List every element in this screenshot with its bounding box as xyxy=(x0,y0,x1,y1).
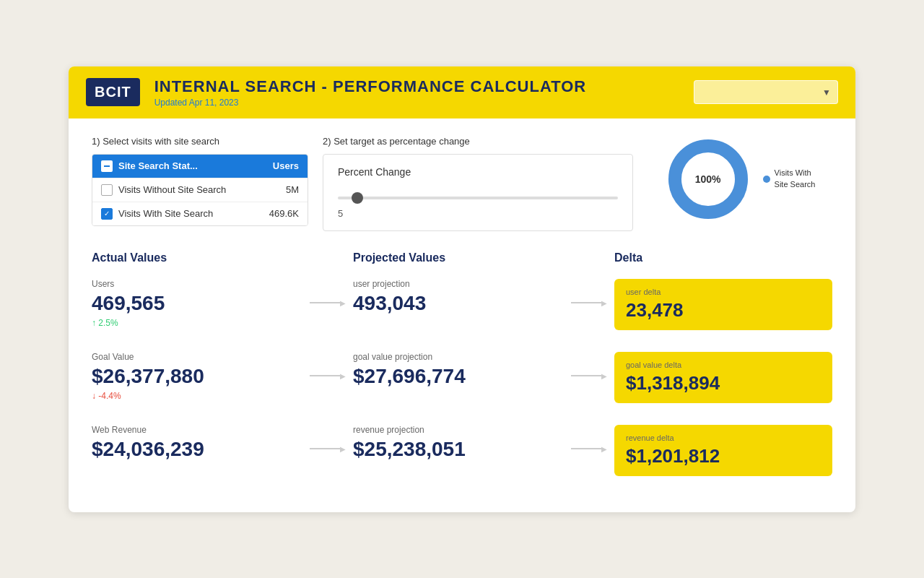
metrics-row-2: Goal Value $26,377,880 ↓ -4.4% goal valu… xyxy=(92,352,832,416)
arrow-2 xyxy=(571,279,614,307)
header: BCIT INTERNAL SEARCH - PERFORMANCE CALCU… xyxy=(69,66,855,118)
percent-slider[interactable] xyxy=(338,197,618,199)
arrow-5 xyxy=(310,425,353,453)
header-title: INTERNAL SEARCH - PERFORMANCE CALCULATOR xyxy=(154,77,679,96)
row-label-1: Visits Without Site Search xyxy=(118,184,280,195)
row-label-2: Visits With Site Search xyxy=(118,208,263,219)
table-header-col1: Site Search Stat... xyxy=(118,160,267,171)
projected-revenue-label: revenue projection xyxy=(353,425,571,435)
actual-users: Users 469,565 ↑ 2.5% xyxy=(92,279,310,328)
projected-users-value: 493,043 xyxy=(353,292,571,315)
projected-goal-value: $27,696,774 xyxy=(353,365,571,388)
actual-users-change: ↑ 2.5% xyxy=(92,318,310,328)
metrics-row-3: Web Revenue $24,036,239 revenue projecti… xyxy=(92,425,832,489)
arrow-6 xyxy=(571,425,614,453)
arrow-line-icon-3 xyxy=(310,372,346,380)
actual-goal-change: ↓ -4.4% xyxy=(92,391,310,401)
projected-goal-label: goal value projection xyxy=(353,352,571,362)
header-dropdown[interactable] xyxy=(694,80,838,104)
delta-revenue-label: revenue delta xyxy=(626,434,821,442)
actual-users-value: 469,565 xyxy=(92,292,310,315)
metrics-section: Actual Values Projected Values Delta Use… xyxy=(92,251,832,489)
dropdown-wrapper: ▼ xyxy=(694,80,838,104)
percent-box: Percent Change 5 xyxy=(323,154,633,231)
delta-revenue-value: $1,201,812 xyxy=(626,445,821,467)
slider-value: 5 xyxy=(338,208,618,219)
delta-header: Delta xyxy=(614,251,832,279)
delta-users-value: 23,478 xyxy=(626,299,821,322)
table-header-icon xyxy=(101,160,113,172)
actual-revenue: Web Revenue $24,036,239 xyxy=(92,425,310,464)
arrow-line-icon-4 xyxy=(571,372,607,380)
donut-chart: 100% xyxy=(665,136,751,223)
delta-goal-value: $1,318,894 xyxy=(626,372,821,394)
legend: Visits WithSite Search xyxy=(763,168,816,190)
actual-goal-label: Goal Value xyxy=(92,352,310,362)
section2: 2) Set target as percentage change Perce… xyxy=(323,136,633,231)
delta-revenue: revenue delta $1,201,812 xyxy=(614,425,832,489)
arrow-line-icon-2 xyxy=(571,299,607,307)
table-header-col2: Users xyxy=(273,160,299,171)
header-subtitle: Updated Apr 11, 2023 xyxy=(154,98,679,108)
metrics-row-1: Users 469,565 ↑ 2.5% user projection 493… xyxy=(92,279,832,343)
arrow-4 xyxy=(571,352,614,380)
section3-donut: 100% Visits WithSite Search xyxy=(648,136,832,223)
logo: BCIT xyxy=(86,78,140,106)
arrow-line-icon-5 xyxy=(310,445,346,453)
actual-revenue-value: $24,036,239 xyxy=(92,438,310,461)
projected-revenue-value: $25,238,051 xyxy=(353,438,571,461)
row-value-2: 469.6K xyxy=(269,208,299,219)
section1: 1) Select visits with site search Site S… xyxy=(92,136,308,226)
section1-label: 1) Select visits with site search xyxy=(92,136,308,147)
projected-goal: goal value projection $27,696,774 xyxy=(353,352,571,391)
delta-card-revenue: revenue delta $1,201,812 xyxy=(614,425,832,476)
arrow-3 xyxy=(310,352,353,380)
delta-goal: goal value delta $1,318,894 xyxy=(614,352,832,416)
delta-card-goal: goal value delta $1,318,894 xyxy=(614,352,832,403)
donut-label: 100% xyxy=(695,173,721,185)
projected-revenue: revenue projection $25,238,051 xyxy=(353,425,571,464)
table-row[interactable]: Visits Without Site Search 5M xyxy=(92,178,308,202)
section2-label: 2) Set target as percentage change xyxy=(323,136,633,147)
legend-label: Visits WithSite Search xyxy=(775,168,816,190)
arrow-line-icon xyxy=(310,299,346,307)
main-content: 1) Select visits with site search Site S… xyxy=(69,118,855,512)
projected-users: user projection 493,043 xyxy=(353,279,571,318)
main-card: BCIT INTERNAL SEARCH - PERFORMANCE CALCU… xyxy=(69,66,855,512)
arrow-1 xyxy=(310,279,353,307)
delta-card-users: user delta 23,478 xyxy=(614,279,832,330)
checkbox-unchecked[interactable] xyxy=(101,184,113,196)
legend-dot xyxy=(763,176,770,183)
slider-wrapper xyxy=(338,189,618,202)
actual-goal: Goal Value $26,377,880 ↓ -4.4% xyxy=(92,352,310,401)
actual-users-label: Users xyxy=(92,279,310,289)
top-row: 1) Select visits with site search Site S… xyxy=(92,136,832,231)
site-search-table: Site Search Stat... Users Visits Without… xyxy=(92,154,308,226)
projected-users-label: user projection xyxy=(353,279,571,289)
table-header: Site Search Stat... Users xyxy=(92,155,308,178)
projected-header: Projected Values xyxy=(353,251,571,279)
actual-header: Actual Values xyxy=(92,251,310,279)
arrow-line-icon-6 xyxy=(571,445,607,453)
table-row[interactable]: ✓ Visits With Site Search 469.6K xyxy=(92,202,308,225)
actual-revenue-label: Web Revenue xyxy=(92,425,310,435)
delta-goal-label: goal value delta xyxy=(626,361,821,369)
metrics-headers: Actual Values Projected Values Delta xyxy=(92,251,832,279)
percent-label: Percent Change xyxy=(338,166,618,178)
delta-users: user delta 23,478 xyxy=(614,279,832,343)
checkbox-checked[interactable]: ✓ xyxy=(101,208,113,220)
delta-users-label: user delta xyxy=(626,288,821,296)
header-text: INTERNAL SEARCH - PERFORMANCE CALCULATOR… xyxy=(154,77,679,108)
row-value-1: 5M xyxy=(286,184,299,195)
actual-goal-value: $26,377,880 xyxy=(92,365,310,388)
